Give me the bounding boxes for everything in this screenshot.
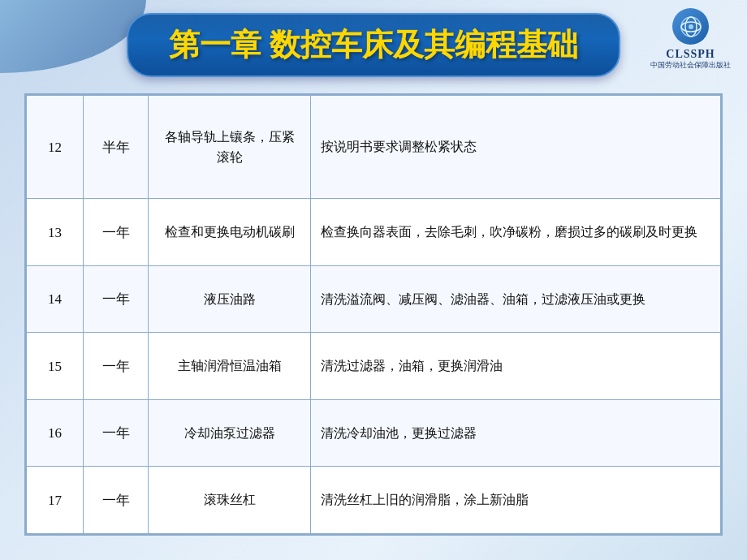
row-content: 清洗丝杠上旧的润滑脂，涂上新油脂 bbox=[311, 467, 721, 534]
row-number: 14 bbox=[27, 265, 84, 333]
table-row: 16一年冷却油泵过滤器清洗冷却油池，更换过滤器 bbox=[27, 399, 721, 467]
maintenance-table: 12半年各轴导轨上镶条，压紧滚轮按说明书要求调整松紧状态13一年检查和更换电动机… bbox=[26, 95, 721, 534]
row-item: 各轴导轨上镶条，压紧滚轮 bbox=[149, 96, 311, 199]
table-container: 12半年各轴导轨上镶条，压紧滚轮按说明书要求调整松紧状态13一年检查和更换电动机… bbox=[24, 93, 723, 536]
row-item: 冷却油泵过滤器 bbox=[149, 399, 311, 467]
row-period: 一年 bbox=[84, 333, 149, 400]
row-content: 按说明书要求调整松紧状态 bbox=[311, 96, 721, 199]
table-row: 15一年主轴润滑恒温油箱清洗过滤器，油箱，更换润滑油 bbox=[27, 333, 721, 400]
logo-area: CLSSPH 中国劳动社会保障出版社 bbox=[650, 8, 731, 71]
logo-icon bbox=[679, 15, 703, 39]
row-item: 液压油路 bbox=[149, 265, 311, 333]
row-number: 16 bbox=[27, 399, 84, 467]
row-period: 一年 bbox=[84, 399, 149, 467]
table-row: 17一年滚珠丝杠清洗丝杠上旧的润滑脂，涂上新油脂 bbox=[27, 467, 721, 534]
row-period: 一年 bbox=[84, 265, 149, 333]
logo-circle bbox=[672, 8, 709, 45]
title-box: 第一章 数控车床及其编程基础 bbox=[16, 13, 731, 77]
row-item: 滚珠丝杠 bbox=[149, 467, 311, 534]
table-row: 13一年检查和更换电动机碳刷检查换向器表面，去除毛刺，吹净碳粉，磨损过多的碳刷及… bbox=[27, 199, 721, 266]
svg-point-3 bbox=[689, 24, 693, 29]
row-item: 主轴润滑恒温油箱 bbox=[149, 333, 311, 400]
row-period: 一年 bbox=[84, 467, 149, 534]
row-period: 一年 bbox=[84, 199, 149, 266]
row-item: 检查和更换电动机碳刷 bbox=[149, 199, 311, 266]
header-area: 第一章 数控车床及其编程基础 bbox=[0, 0, 747, 89]
title-badge: 第一章 数控车床及其编程基础 bbox=[127, 13, 621, 77]
row-number: 17 bbox=[27, 467, 84, 534]
row-number: 12 bbox=[27, 96, 84, 199]
row-content: 检查换向器表面，去除毛刺，吹净碳粉，磨损过多的碳刷及时更换 bbox=[311, 199, 721, 266]
table-row: 12半年各轴导轨上镶条，压紧滚轮按说明书要求调整松紧状态 bbox=[27, 96, 721, 199]
row-content: 清洗冷却油池，更换过滤器 bbox=[311, 399, 721, 467]
row-number: 13 bbox=[27, 199, 84, 266]
row-content: 清洗过滤器，油箱，更换润滑油 bbox=[311, 333, 721, 400]
page-title: 第一章 数控车床及其编程基础 bbox=[169, 28, 579, 62]
row-number: 15 bbox=[27, 333, 84, 400]
row-period: 半年 bbox=[84, 96, 149, 199]
table-row: 14一年液压油路清洗溢流阀、减压阀、滤油器、油箱，过滤液压油或更换 bbox=[27, 265, 721, 333]
logo-text: CLSSPH bbox=[666, 48, 715, 61]
logo-subtitle: 中国劳动社会保障出版社 bbox=[650, 61, 731, 71]
row-content: 清洗溢流阀、减压阀、滤油器、油箱，过滤液压油或更换 bbox=[311, 265, 721, 333]
